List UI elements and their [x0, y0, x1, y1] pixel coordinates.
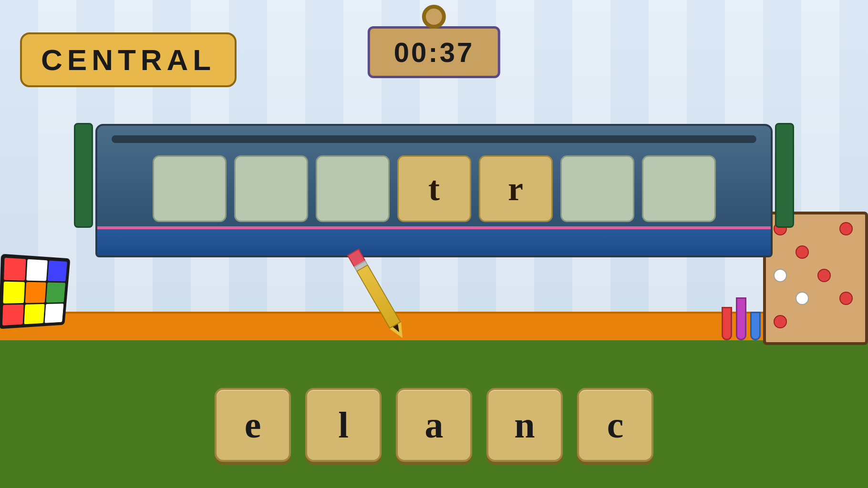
board-dot-empty [796, 222, 809, 235]
train-window-6[interactable] [560, 155, 634, 222]
board-dot-white [774, 269, 787, 282]
timer-display: 00:37 [394, 37, 474, 68]
letter-tile-e[interactable]: e [215, 388, 291, 462]
letter-tile-a[interactable]: a [396, 388, 472, 462]
timer-container: 00:37 [368, 5, 500, 78]
cube-cell [46, 283, 65, 303]
letter-tiles-container: e l a n c [215, 388, 653, 462]
letter-tile-l[interactable]: l [305, 388, 382, 462]
train-window-5[interactable]: r [479, 155, 553, 222]
cube-cell [4, 258, 26, 281]
train-pillar-right [775, 123, 794, 228]
cube-cell [44, 304, 63, 323]
train-pillar-left [74, 123, 93, 228]
cube-cell [3, 282, 25, 303]
cube-cell [2, 305, 24, 325]
train-container: t r [95, 124, 773, 257]
board-dot [817, 269, 831, 282]
board-dot-white [796, 292, 809, 305]
board-dot [839, 292, 853, 305]
board-dot-empty [839, 315, 853, 328]
board-dot [839, 222, 853, 235]
board-dot-empty [839, 245, 853, 259]
cube-cell [25, 282, 46, 303]
board-dot-empty [796, 269, 809, 282]
train-bottom [97, 229, 771, 255]
letter-tile-c[interactable]: c [577, 388, 653, 462]
board-dot [796, 245, 809, 259]
timer-board: 00:37 [368, 26, 500, 78]
test-tube-purple [736, 297, 746, 340]
train-windows: t r [112, 151, 756, 227]
cube-face [0, 254, 71, 329]
train-window-3[interactable] [316, 155, 390, 222]
test-tube-blue [750, 312, 761, 340]
test-tubes-decoration [722, 297, 761, 340]
train-window-4[interactable]: t [397, 155, 471, 222]
cube-cell [27, 259, 48, 281]
train-window-7[interactable] [642, 155, 716, 222]
board-dot [774, 315, 787, 328]
timer-hook-icon [422, 5, 446, 29]
central-text: CENTRAL [41, 43, 216, 76]
board-dot-empty [796, 315, 809, 328]
rubiks-cube-decoration [0, 257, 88, 343]
cube-cell [47, 261, 67, 282]
board-dot-empty [774, 292, 787, 305]
board-dot-empty [774, 245, 787, 259]
train-body: t r [95, 124, 773, 257]
train-top-bar [112, 135, 756, 143]
board-dot-empty [817, 292, 831, 305]
letter-tile-n[interactable]: n [486, 388, 563, 462]
central-label: CENTRAL [20, 32, 237, 87]
train-window-2[interactable] [234, 155, 308, 222]
train-window-1[interactable] [153, 155, 227, 222]
board-dot-empty [817, 245, 831, 259]
test-tube-red [722, 307, 732, 340]
board-dot-empty [817, 315, 831, 328]
board-frame [763, 212, 868, 345]
board-dot-empty [817, 222, 831, 235]
board-dot-empty [839, 269, 853, 282]
cube-cell [24, 304, 45, 325]
